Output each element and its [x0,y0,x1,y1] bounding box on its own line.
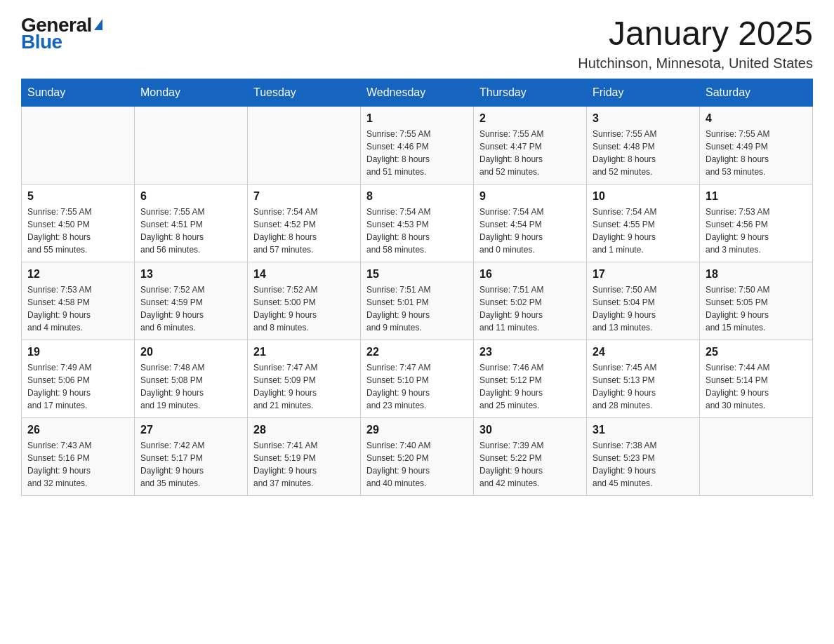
column-header-wednesday: Wednesday [361,79,474,107]
calendar-cell: 13Sunrise: 7:52 AM Sunset: 4:59 PM Dayli… [135,262,248,340]
day-info: Sunrise: 7:55 AM Sunset: 4:46 PM Dayligh… [366,128,468,178]
day-number: 11 [706,190,807,203]
column-header-thursday: Thursday [474,79,587,107]
day-info: Sunrise: 7:51 AM Sunset: 5:02 PM Dayligh… [479,283,581,334]
day-number: 21 [253,346,355,358]
calendar-cell: 24Sunrise: 7:45 AM Sunset: 5:13 PM Dayli… [587,340,700,418]
calendar-cell: 19Sunrise: 7:49 AM Sunset: 5:06 PM Dayli… [22,340,135,418]
day-number: 16 [479,268,581,281]
calendar-cell: 11Sunrise: 7:53 AM Sunset: 4:56 PM Dayli… [700,185,813,262]
calendar-cell: 18Sunrise: 7:50 AM Sunset: 5:05 PM Dayli… [700,262,813,340]
calendar-cell [700,418,813,496]
day-number: 13 [140,268,241,281]
calendar-cell: 26Sunrise: 7:43 AM Sunset: 5:16 PM Dayli… [22,418,135,496]
day-number: 3 [593,112,694,125]
day-number: 25 [706,346,807,358]
day-number: 6 [140,190,241,203]
calendar-cell: 29Sunrise: 7:40 AM Sunset: 5:20 PM Dayli… [361,418,474,496]
calendar-cell: 14Sunrise: 7:52 AM Sunset: 5:00 PM Dayli… [248,262,361,340]
day-info: Sunrise: 7:52 AM Sunset: 4:59 PM Dayligh… [140,283,241,334]
calendar-cell: 23Sunrise: 7:46 AM Sunset: 5:12 PM Dayli… [474,340,587,418]
day-info: Sunrise: 7:55 AM Sunset: 4:48 PM Dayligh… [593,128,694,178]
calendar-week-row: 1Sunrise: 7:55 AM Sunset: 4:46 PM Daylig… [22,107,813,185]
day-number: 30 [479,424,581,436]
day-info: Sunrise: 7:53 AM Sunset: 4:58 PM Dayligh… [27,283,128,334]
column-header-saturday: Saturday [700,79,813,107]
logo: General Blue [21,14,102,53]
calendar-table: SundayMondayTuesdayWednesdayThursdayFrid… [21,79,813,496]
day-info: Sunrise: 7:53 AM Sunset: 4:56 PM Dayligh… [706,206,807,256]
logo-triangle-icon [94,19,102,30]
calendar-cell: 10Sunrise: 7:54 AM Sunset: 4:55 PM Dayli… [587,185,700,262]
page-header: General Blue January 2025 Hutchinson, Mi… [21,14,813,72]
column-header-sunday: Sunday [22,79,135,107]
day-info: Sunrise: 7:50 AM Sunset: 5:05 PM Dayligh… [706,283,807,334]
day-number: 27 [140,424,241,436]
day-number: 10 [593,190,694,203]
calendar-cell: 2Sunrise: 7:55 AM Sunset: 4:47 PM Daylig… [474,107,587,185]
calendar-cell: 4Sunrise: 7:55 AM Sunset: 4:49 PM Daylig… [700,107,813,185]
day-info: Sunrise: 7:54 AM Sunset: 4:53 PM Dayligh… [366,206,468,256]
calendar-week-row: 5Sunrise: 7:55 AM Sunset: 4:50 PM Daylig… [22,185,813,262]
calendar-cell: 8Sunrise: 7:54 AM Sunset: 4:53 PM Daylig… [361,185,474,262]
calendar-header-row: SundayMondayTuesdayWednesdayThursdayFrid… [22,79,813,107]
calendar-cell: 3Sunrise: 7:55 AM Sunset: 4:48 PM Daylig… [587,107,700,185]
calendar-cell: 7Sunrise: 7:54 AM Sunset: 4:52 PM Daylig… [248,185,361,262]
day-number: 8 [366,190,468,203]
calendar-cell [248,107,361,185]
logo-blue-text: Blue [21,31,62,53]
calendar-subtitle: Hutchinson, Minnesota, United States [578,55,813,72]
day-number: 19 [27,346,128,358]
calendar-cell: 25Sunrise: 7:44 AM Sunset: 5:14 PM Dayli… [700,340,813,418]
day-info: Sunrise: 7:46 AM Sunset: 5:12 PM Dayligh… [479,361,581,412]
day-number: 29 [366,424,468,436]
day-info: Sunrise: 7:49 AM Sunset: 5:06 PM Dayligh… [27,361,128,412]
day-number: 4 [706,112,807,125]
calendar-cell: 21Sunrise: 7:47 AM Sunset: 5:09 PM Dayli… [248,340,361,418]
calendar-cell: 30Sunrise: 7:39 AM Sunset: 5:22 PM Dayli… [474,418,587,496]
day-info: Sunrise: 7:48 AM Sunset: 5:08 PM Dayligh… [140,361,241,412]
day-info: Sunrise: 7:55 AM Sunset: 4:51 PM Dayligh… [140,206,241,256]
calendar-cell: 6Sunrise: 7:55 AM Sunset: 4:51 PM Daylig… [135,185,248,262]
calendar-cell: 20Sunrise: 7:48 AM Sunset: 5:08 PM Dayli… [135,340,248,418]
day-info: Sunrise: 7:54 AM Sunset: 4:52 PM Dayligh… [253,206,355,256]
day-number: 20 [140,346,241,358]
calendar-week-row: 26Sunrise: 7:43 AM Sunset: 5:16 PM Dayli… [22,418,813,496]
day-info: Sunrise: 7:42 AM Sunset: 5:17 PM Dayligh… [140,439,241,490]
day-number: 17 [593,268,694,281]
calendar-cell: 9Sunrise: 7:54 AM Sunset: 4:54 PM Daylig… [474,185,587,262]
day-number: 12 [27,268,128,281]
day-number: 5 [27,190,128,203]
calendar-cell: 5Sunrise: 7:55 AM Sunset: 4:50 PM Daylig… [22,185,135,262]
calendar-cell: 28Sunrise: 7:41 AM Sunset: 5:19 PM Dayli… [248,418,361,496]
column-header-friday: Friday [587,79,700,107]
day-info: Sunrise: 7:44 AM Sunset: 5:14 PM Dayligh… [706,361,807,412]
day-info: Sunrise: 7:54 AM Sunset: 4:55 PM Dayligh… [593,206,694,256]
day-number: 14 [253,268,355,281]
calendar-week-row: 19Sunrise: 7:49 AM Sunset: 5:06 PM Dayli… [22,340,813,418]
day-number: 26 [27,424,128,436]
day-info: Sunrise: 7:51 AM Sunset: 5:01 PM Dayligh… [366,283,468,334]
day-info: Sunrise: 7:39 AM Sunset: 5:22 PM Dayligh… [479,439,581,490]
column-header-monday: Monday [135,79,248,107]
day-number: 22 [366,346,468,358]
day-number: 18 [706,268,807,281]
day-info: Sunrise: 7:55 AM Sunset: 4:49 PM Dayligh… [706,128,807,178]
title-area: January 2025 Hutchinson, Minnesota, Unit… [578,14,813,72]
day-info: Sunrise: 7:41 AM Sunset: 5:19 PM Dayligh… [253,439,355,490]
day-number: 1 [366,112,468,125]
day-info: Sunrise: 7:55 AM Sunset: 4:50 PM Dayligh… [27,206,128,256]
day-number: 2 [479,112,581,125]
day-number: 31 [593,424,694,436]
calendar-cell: 31Sunrise: 7:38 AM Sunset: 5:23 PM Dayli… [587,418,700,496]
day-info: Sunrise: 7:54 AM Sunset: 4:54 PM Dayligh… [479,206,581,256]
calendar-cell: 17Sunrise: 7:50 AM Sunset: 5:04 PM Dayli… [587,262,700,340]
day-number: 9 [479,190,581,203]
day-info: Sunrise: 7:50 AM Sunset: 5:04 PM Dayligh… [593,283,694,334]
day-number: 24 [593,346,694,358]
day-info: Sunrise: 7:43 AM Sunset: 5:16 PM Dayligh… [27,439,128,490]
calendar-cell [135,107,248,185]
day-info: Sunrise: 7:52 AM Sunset: 5:00 PM Dayligh… [253,283,355,334]
day-number: 23 [479,346,581,358]
calendar-cell: 16Sunrise: 7:51 AM Sunset: 5:02 PM Dayli… [474,262,587,340]
